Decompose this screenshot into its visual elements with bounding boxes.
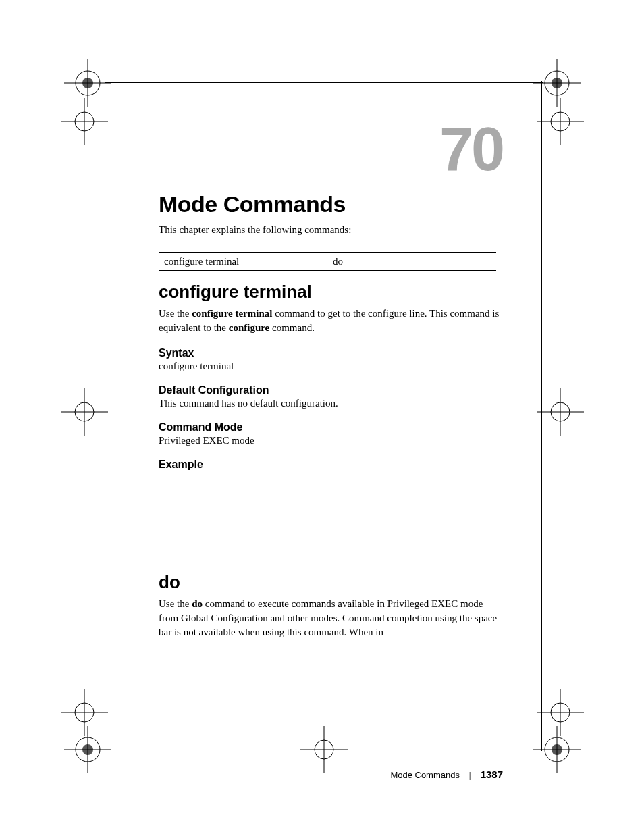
crop-line (105, 82, 543, 83)
page-number: 1387 (481, 768, 503, 780)
subtext-example (159, 472, 503, 560)
text: command to execute commands available in… (159, 598, 497, 637)
subhead-default-config: Default Configuration (159, 384, 503, 396)
registration-mark-icon (64, 726, 111, 773)
subhead-example: Example (159, 459, 503, 471)
chapter-number: 70 (159, 115, 503, 184)
table-row: configure terminal do (159, 253, 496, 271)
text: Use the (159, 598, 192, 609)
subtext-command-mode: Privileged EXEC mode (159, 435, 503, 446)
subtext-syntax: configure terminal (159, 361, 503, 372)
command-index-table: configure terminal do (159, 252, 496, 271)
chapter-title: Mode Commands (159, 191, 503, 217)
footer-separator: | (469, 770, 471, 780)
page-footer: Mode Commands | 1387 (390, 768, 503, 780)
section-description: Use the do command to execute commands a… (159, 597, 503, 640)
registration-mark-icon (533, 726, 581, 773)
registration-mark-icon (300, 726, 348, 773)
chapter-intro: This chapter explains the following comm… (159, 224, 503, 236)
table-cell: do (327, 253, 496, 271)
page-content: 70 Mode Commands This chapter explains t… (159, 115, 503, 652)
registration-mark-icon (537, 98, 584, 145)
bold-text: do (192, 598, 203, 609)
registration-mark-icon (61, 98, 108, 145)
bold-text: configure (229, 322, 270, 333)
subhead-command-mode: Command Mode (159, 421, 503, 434)
text: command. (269, 322, 315, 333)
section-title-do: do (159, 572, 503, 593)
registration-mark-icon (61, 388, 108, 436)
subtext-default-config: This command has no default configuratio… (159, 398, 503, 409)
subhead-syntax: Syntax (159, 347, 503, 359)
footer-label: Mode Commands (390, 770, 460, 780)
bold-text: configure terminal (192, 308, 272, 319)
section-title-configure-terminal: configure terminal (159, 282, 503, 303)
table-cell: configure terminal (159, 253, 327, 271)
text: Use the (159, 308, 192, 319)
registration-mark-icon (537, 388, 584, 436)
section-description: Use the configure terminal command to ge… (159, 307, 503, 335)
